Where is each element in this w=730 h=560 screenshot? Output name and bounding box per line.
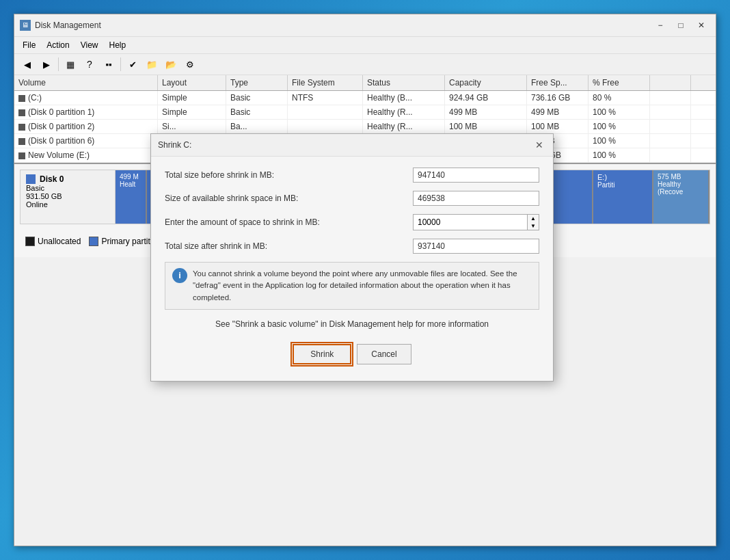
dialog-field-1: Total size before shrink in MB: (165, 168, 539, 183)
menu-view[interactable]: View (75, 38, 104, 52)
col-extra (650, 75, 691, 90)
shrink-dialog: Shrink C: ✕ Total size before shrink in … (150, 133, 554, 382)
separator-2 (120, 57, 121, 71)
cell-fs-2 (288, 105, 363, 119)
cell-status-1: Healthy (B... (363, 91, 445, 105)
cell-fs-3 (288, 120, 363, 133)
toolbar: ◀ ▶ ▦ ? ▪▪ ✔ 📁 📂 ⚙ (14, 54, 716, 75)
cell-type-1: Basic (226, 91, 288, 105)
spin-buttons: ▲ ▼ (527, 214, 539, 230)
disk-size: 931.50 GB (26, 192, 109, 200)
toolbar-folder2[interactable]: 📂 (162, 56, 180, 72)
dialog-field-3: Enter the amount of space to shrink in M… (165, 214, 539, 230)
toolbar-help[interactable]: ? (81, 56, 98, 72)
menu-bar: File Action View Help (14, 37, 716, 54)
partition-499[interactable]: 499 M Healt (116, 170, 147, 224)
dialog-close-button[interactable]: ✕ (532, 138, 546, 152)
col-status: Status (363, 75, 445, 90)
cell-pct-4: 100 % (589, 134, 650, 148)
cell-type-3: Ba... (226, 120, 288, 133)
cell-pct-5: 100 % (589, 148, 650, 162)
dialog-label-2: Size of available shrink space in MB: (165, 194, 413, 203)
cell-free-2: 499 MB (527, 105, 589, 119)
legend-unallocated: Unallocated (25, 237, 81, 246)
disk-status: Online (26, 200, 109, 209)
cell-capacity-2: 499 MB (445, 105, 527, 119)
dialog-input-total-before (413, 168, 539, 183)
col-layout: Layout (158, 75, 226, 90)
toolbar-settings[interactable]: ⚙ (181, 56, 199, 72)
col-pct: % Free (589, 75, 650, 90)
cell-extra-3 (650, 120, 691, 133)
col-type: Type (226, 75, 288, 90)
app-icon: 🖥 (20, 20, 31, 31)
legend-box-unallocated (25, 237, 35, 246)
cell-pct-1: 80 % (589, 91, 650, 105)
cell-extra-5 (650, 148, 691, 162)
dialog-label-3: Enter the amount of space to shrink in M… (165, 217, 413, 227)
info-box: i You cannot shrink a volume beyond the … (165, 262, 539, 310)
dialog-title: Shrink C: (158, 140, 191, 150)
menu-action[interactable]: Action (41, 38, 75, 52)
table-header: Volume Layout Type File System Status Ca… (14, 75, 716, 91)
disk-label: Disk 0 Basic 931.50 GB Online (20, 170, 116, 224)
help-text: See "Shrink a basic volume" in Disk Mana… (165, 319, 539, 329)
cell-extra-2 (650, 105, 691, 119)
spin-down-button[interactable]: ▼ (528, 222, 539, 230)
cell-capacity-1: 924.94 GB (445, 91, 527, 105)
partition-recovery[interactable]: 575 MB Healthy (Recove (653, 170, 709, 224)
cell-extra-1 (650, 91, 691, 105)
cell-layout-1: Simple (158, 91, 226, 105)
cell-extra-4 (650, 134, 691, 148)
dialog-title-bar: Shrink C: ✕ (151, 134, 553, 157)
toolbar-back[interactable]: ◀ (18, 56, 36, 72)
minimize-button[interactable]: − (651, 18, 669, 32)
cell-layout-2: Simple (158, 105, 226, 119)
cell-capacity-3: 100 MB (445, 120, 527, 133)
dialog-input-total-after (413, 239, 539, 254)
table-row[interactable]: (Disk 0 partition 2) Si... Ba... Healthy… (14, 120, 716, 134)
info-text: You cannot shrink a volume beyond the po… (193, 268, 532, 304)
cell-fs-1: NTFS (288, 91, 363, 105)
dialog-field-4: Total size after shrink in MB: (165, 239, 539, 254)
cell-volume-3: (Disk 0 partition 2) (14, 120, 158, 133)
dialog-field-2: Size of available shrink space in MB: (165, 191, 539, 206)
shrink-button[interactable]: Shrink (293, 344, 351, 364)
cancel-button[interactable]: Cancel (357, 344, 411, 364)
spin-up-button[interactable]: ▲ (528, 215, 539, 222)
toolbar-grid[interactable]: ▦ (62, 56, 79, 72)
menu-help[interactable]: Help (104, 38, 132, 52)
dialog-input-shrink-amount[interactable] (413, 214, 527, 230)
cell-pct-3: 100 % (589, 120, 650, 133)
dialog-label-4: Total size after shrink in MB: (165, 241, 413, 251)
table-row[interactable]: (Disk 0 partition 1) Simple Basic Health… (14, 105, 716, 120)
table-row[interactable]: (C:) Simple Basic NTFS Healthy (B... 924… (14, 91, 716, 105)
cell-volume-2: (Disk 0 partition 1) (14, 105, 158, 119)
dialog-spinbox: ▲ ▼ (413, 214, 539, 230)
partition-e[interactable]: E:) Partiti (593, 170, 653, 224)
maximize-button[interactable]: □ (672, 18, 690, 32)
toolbar-forward[interactable]: ▶ (38, 56, 55, 72)
cell-volume-4: (Disk 0 partition 6) (14, 134, 158, 148)
title-bar: 🖥 Disk Management − □ ✕ (14, 14, 716, 37)
cell-volume-5: New Volume (E:) (14, 148, 158, 162)
cell-status-3: Healthy (R... (363, 120, 445, 133)
disk-name: Disk 0 (40, 174, 64, 184)
toolbar-folder1[interactable]: 📁 (143, 56, 161, 72)
cell-volume-1: (C:) (14, 91, 158, 105)
disk-type: Basic (26, 184, 109, 192)
dialog-buttons: Shrink Cancel (165, 340, 539, 370)
toolbar-check[interactable]: ✔ (124, 56, 141, 72)
info-icon: i (172, 268, 187, 283)
cell-layout-3: Si... (158, 120, 226, 133)
separator-1 (58, 57, 59, 71)
legend-box-primary (89, 237, 98, 246)
close-button[interactable]: ✕ (692, 18, 710, 32)
window-title: Disk Management (35, 21, 101, 30)
cell-free-1: 736.16 GB (527, 91, 589, 105)
menu-file[interactable]: File (17, 38, 41, 52)
cell-free-3: 100 MB (527, 120, 589, 133)
col-free: Free Sp... (527, 75, 589, 90)
toolbar-disks[interactable]: ▪▪ (100, 56, 118, 72)
col-fs: File System (288, 75, 363, 90)
